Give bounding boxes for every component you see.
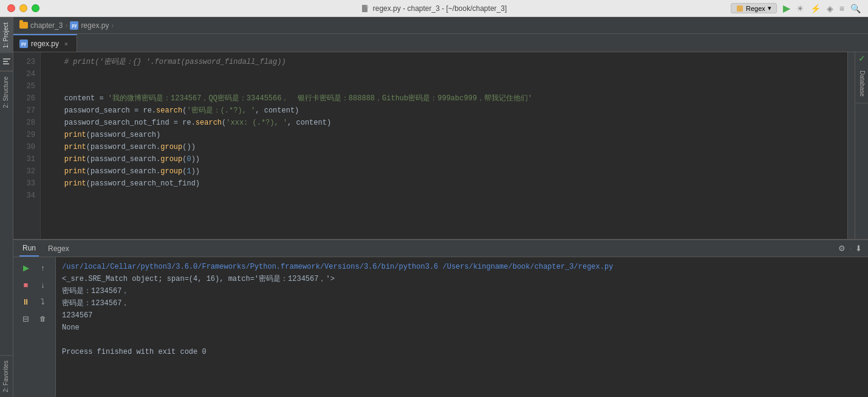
debug-button[interactable]: ☀: [796, 4, 804, 13]
run-tool-row-3: ⏸ ⤵: [19, 294, 50, 309]
folder-icon: [19, 22, 28, 29]
file-icon: [361, 4, 370, 13]
code-line-30: print(password_search.group()): [47, 141, 841, 153]
breadcrumb-file: py regex.py: [70, 21, 109, 30]
toolbar-actions: Regex ▾ ▶ ☀ ⚡ ◈ ≡ 🔍: [731, 2, 861, 14]
line-num-32: 32: [13, 165, 40, 178]
code-line-23: # print('密码是：{} '.format(password_findal…: [47, 56, 841, 68]
run-output: ▶ ↑ ■ ↓ ⏸ ⤵ ⊟ 🗑: [13, 257, 868, 397]
minimize-button[interactable]: [19, 4, 27, 12]
coverage-button[interactable]: ⚡: [810, 4, 821, 13]
run-config-chevron: ▾: [768, 4, 771, 12]
left-sidebar: 1: Project 2: Structure 2: Favorites: [0, 17, 13, 397]
check-icon: ✓: [855, 52, 868, 64]
code-line-26: content = '我的微博密码是：1234567，QQ密码是：3344556…: [47, 92, 841, 105]
run-button[interactable]: ▶: [783, 2, 790, 14]
profile-button[interactable]: ◈: [827, 4, 833, 13]
svg-marker-1: [366, 5, 369, 7]
output-line-3: 密码是：1234567，: [62, 285, 862, 297]
line-num-28: 28: [13, 117, 40, 129]
output-line-6: None: [62, 322, 862, 334]
run-pause-button[interactable]: ⏸: [19, 294, 33, 309]
breadcrumb-folder-name: chapter_3: [30, 21, 63, 30]
output-line-8: Process finished with exit code 0: [62, 346, 862, 358]
tab-regex-py[interactable]: py regex.py ×: [13, 34, 77, 52]
python-file-icon: py: [70, 21, 78, 30]
breadcrumb: chapter_3 › py regex.py ›: [13, 17, 868, 34]
line-num-23: 23: [13, 56, 40, 68]
breadcrumb-file-name: regex.py: [81, 21, 109, 30]
output-line-7: [62, 334, 862, 346]
line-num-29: 29: [13, 129, 40, 141]
run-stop-button[interactable]: ■: [19, 277, 33, 292]
svg-rect-2: [737, 5, 743, 12]
code-line-28: password_search_not_find = re.search('xx…: [47, 117, 841, 129]
window-controls: [7, 4, 39, 12]
run-tab-regex[interactable]: Regex: [45, 240, 72, 257]
run-up-button[interactable]: ↑: [36, 260, 50, 275]
run-tool-row-2: ■ ↓: [19, 277, 50, 292]
svg-rect-4: [3, 61, 8, 62]
run-toolbar: ▶ ↑ ■ ↓ ⏸ ⤵ ⊟ 🗑: [13, 257, 56, 397]
tab-close-button[interactable]: ×: [62, 40, 70, 48]
code-line-34: [47, 190, 841, 202]
tab-python-icon: py: [19, 40, 28, 48]
code-line-29: print(password_search): [47, 129, 841, 141]
run-trash-button[interactable]: 🗑: [36, 311, 50, 326]
output-line-5: 1234567: [62, 309, 862, 322]
main-layout: 1: Project 2: Structure 2: Favorites cha…: [0, 17, 868, 397]
line-num-34: 34: [13, 190, 40, 202]
sidebar-item-structure[interactable]: 2: Structure: [0, 71, 13, 113]
line-num-30: 30: [13, 141, 40, 153]
content-area: chapter_3 › py regex.py › py regex.py × …: [13, 17, 868, 397]
right-panel: ✓ Database: [855, 52, 868, 239]
run-download-icon[interactable]: ⬇: [855, 244, 862, 253]
code-line-24: [47, 68, 841, 80]
run-output-content: /usr/local/Cellar/python3/3.6.0/Framewor…: [56, 257, 868, 397]
run-panel: Run Regex ⚙ · ⬇ ▶ ↑: [13, 239, 868, 397]
code-editor: 23 24 25 26 27 28 29 30 31 32 33 34 # pr…: [13, 52, 868, 239]
sidebar-item-favorites[interactable]: 2: Favorites: [0, 355, 13, 397]
code-line-32: print(password_search.group(1)): [47, 165, 841, 178]
run-config-icon: [736, 5, 743, 12]
run-config-label: Regex: [746, 5, 765, 12]
title-text: regex.py - chapter_3 - [~/book/chapter_3…: [373, 4, 507, 13]
svg-rect-3: [3, 58, 10, 60]
structure-icon-area: [0, 53, 13, 71]
editor-scrollbar[interactable]: [847, 52, 855, 239]
output-line-2: <_sre.SRE_Match object; span=(4, 16), ma…: [62, 273, 862, 285]
run-panel-actions: ⚙ · ⬇: [838, 244, 862, 253]
run-wrap-button[interactable]: ⤵: [36, 294, 50, 309]
breadcrumb-folder: chapter_3: [19, 21, 63, 30]
run-tool-row-1: ▶ ↑: [19, 260, 50, 275]
run-panel-header: Run Regex ⚙ · ⬇: [13, 240, 868, 257]
run-config-button[interactable]: Regex ▾: [731, 3, 777, 13]
breadcrumb-sep2: ›: [111, 21, 114, 30]
code-line-25: [47, 80, 841, 92]
line-numbers: 23 24 25 26 27 28 29 30 31 32 33 34: [13, 52, 41, 239]
window-title: regex.py - chapter_3 - [~/book/chapter_3…: [361, 4, 507, 13]
run-play-button[interactable]: ▶: [19, 260, 33, 275]
line-num-24: 24: [13, 68, 40, 80]
line-num-31: 31: [13, 153, 40, 165]
line-num-33: 33: [13, 178, 40, 190]
structure-icon: [2, 58, 11, 66]
code-line-31: print(password_search.group(0)): [47, 153, 841, 165]
output-line-4: 密码是：1234567，: [62, 297, 862, 309]
more-button[interactable]: ≡: [839, 4, 844, 13]
code-line-33: print(password_search_not_find): [47, 178, 841, 190]
search-button-top[interactable]: 🔍: [850, 4, 861, 13]
file-tabs: py regex.py ×: [13, 34, 868, 52]
sidebar-item-project[interactable]: 1: Project: [0, 17, 13, 53]
close-button[interactable]: [7, 4, 15, 12]
title-bar: regex.py - chapter_3 - [~/book/chapter_3…: [0, 0, 868, 17]
line-num-27: 27: [13, 105, 40, 117]
run-tab-run[interactable]: Run: [19, 240, 39, 257]
run-rerun-button[interactable]: ⊟: [19, 311, 33, 326]
run-down-button[interactable]: ↓: [36, 277, 50, 292]
run-settings-icon[interactable]: ⚙: [838, 244, 846, 253]
output-line-1: /usr/local/Cellar/python3/3.6.0/Framewor…: [62, 261, 862, 273]
database-panel[interactable]: Database: [855, 64, 868, 103]
maximize-button[interactable]: [32, 4, 39, 12]
code-text[interactable]: # print('密码是：{} '.format(password_findal…: [41, 52, 847, 239]
